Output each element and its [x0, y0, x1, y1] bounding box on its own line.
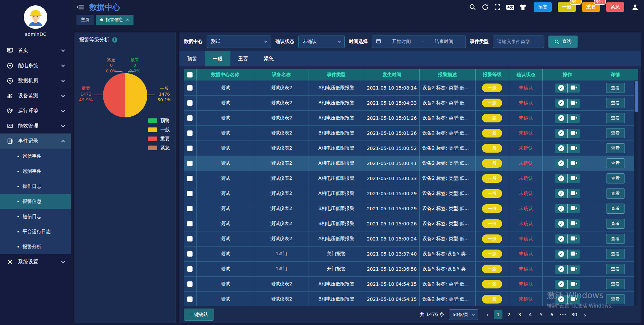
confirm-alarm-button[interactable]: ✓	[555, 84, 567, 93]
sidebar-item-设备监测[interactable]: 设备监测	[0, 88, 71, 103]
sidebar-item-事件记录[interactable]: 事件记录	[0, 133, 71, 149]
info-icon[interactable]: !	[112, 37, 117, 43]
video-button[interactable]	[568, 234, 580, 243]
event-type-input[interactable]	[497, 39, 540, 44]
collapse-menu-icon[interactable]	[76, 4, 85, 10]
video-button[interactable]	[568, 129, 580, 138]
user-icon[interactable]	[631, 3, 639, 11]
page-button-4[interactable]: 4	[526, 310, 535, 319]
confirm-alarm-button[interactable]: ✓	[555, 174, 567, 183]
confirm-alarm-button[interactable]: ✓	[555, 189, 567, 198]
video-button[interactable]	[568, 189, 580, 198]
legend-item-重要[interactable]: 重要	[148, 136, 170, 142]
confirm-alarm-button[interactable]: ✓	[555, 99, 567, 108]
page-button-3[interactable]: 3	[515, 310, 524, 319]
page-tab-home[interactable]: 主页	[76, 15, 94, 25]
page-button-1[interactable]: 1	[494, 310, 502, 319]
confirm-alarm-button[interactable]: ✓	[555, 204, 567, 213]
video-button[interactable]	[568, 174, 580, 183]
confirm-alarm-button[interactable]: ✓	[555, 144, 567, 153]
sidebar-item-能效管理[interactable]: 能效管理	[0, 118, 71, 133]
row-checkbox[interactable]	[187, 206, 193, 211]
view-detail-button[interactable]: 查看	[606, 83, 625, 93]
level-tab-预警[interactable]: 预警	[179, 51, 205, 66]
row-checkbox[interactable]	[187, 176, 193, 181]
legend-item-一般[interactable]: 一般	[148, 127, 170, 133]
video-button[interactable]	[568, 144, 580, 153]
avatar[interactable]	[24, 5, 47, 29]
row-checkbox[interactable]	[187, 266, 193, 272]
datacenter-select[interactable]: 测试	[207, 36, 271, 48]
sidebar-item-运行环境[interactable]: 运行环境	[0, 103, 71, 118]
view-detail-button[interactable]: 查看	[606, 173, 625, 183]
page-size-select[interactable]: 50条/页	[449, 309, 478, 320]
alarm-badge-预警[interactable]: 预警	[534, 2, 552, 12]
confirm-alarm-button[interactable]: ✓	[555, 265, 567, 274]
view-detail-button[interactable]: 查看	[606, 219, 625, 229]
confirm-all-button[interactable]: 一键确认	[184, 309, 214, 321]
view-detail-button[interactable]: 查看	[606, 279, 625, 289]
theme-shirt-icon[interactable]	[519, 3, 527, 11]
confirm-alarm-button[interactable]: ✓	[555, 295, 567, 304]
next-page-button[interactable]: ›	[581, 310, 589, 319]
level-tab-紧急[interactable]: 紧急	[256, 51, 281, 66]
confirm-alarm-button[interactable]: ✓	[555, 280, 567, 289]
submenu-item-遥信事件[interactable]: •遥信事件	[0, 149, 71, 164]
scrollbar-thumb[interactable]	[635, 81, 638, 112]
view-detail-button[interactable]: 查看	[606, 158, 625, 168]
row-checkbox[interactable]	[187, 130, 193, 136]
row-checkbox[interactable]	[187, 296, 193, 302]
video-button[interactable]	[568, 84, 580, 93]
submenu-item-遥测事件[interactable]: •遥测事件	[0, 164, 71, 179]
table-scrollbar[interactable]	[634, 80, 638, 306]
video-button[interactable]	[568, 250, 580, 259]
video-button[interactable]	[568, 295, 580, 304]
alarm-badge-一般[interactable]: 一般99+	[558, 2, 576, 12]
legend-item-紧急[interactable]: 紧急	[148, 145, 170, 151]
view-detail-button[interactable]: 查看	[606, 264, 625, 274]
video-button[interactable]	[568, 114, 580, 123]
view-detail-button[interactable]: 查看	[606, 128, 625, 138]
confirm-alarm-button[interactable]: ✓	[555, 159, 567, 168]
sidebar-item-配电系统[interactable]: 配电系统	[0, 58, 71, 73]
video-button[interactable]	[568, 204, 580, 213]
submenu-item-报警信息[interactable]: •报警信息	[0, 194, 71, 209]
search-icon[interactable]	[469, 3, 476, 11]
view-detail-button[interactable]: 查看	[606, 234, 625, 244]
confirm-alarm-button[interactable]: ✓	[555, 114, 567, 123]
page-button-6[interactable]: 6	[547, 310, 556, 319]
time-range-picker[interactable]: 开始时间 - 结束时间	[372, 36, 466, 48]
refresh-icon[interactable]	[481, 3, 489, 11]
alarm-badge-重要[interactable]: 重要99+	[582, 2, 600, 12]
video-button[interactable]	[568, 99, 580, 108]
submenu-item-平台运行日志[interactable]: •平台运行日志	[0, 224, 71, 239]
prev-page-button[interactable]: ‹	[483, 310, 492, 319]
submenu-item-报警分析[interactable]: •报警分析	[0, 239, 71, 254]
view-detail-button[interactable]: 查看	[606, 98, 625, 108]
legend-item-预警[interactable]: 预警	[148, 118, 170, 124]
video-button[interactable]	[568, 219, 580, 228]
level-tab-重要[interactable]: 重要	[230, 51, 256, 66]
alarm-badge-紧急[interactable]: 紧急	[606, 2, 624, 12]
close-tab-icon[interactable]: ×	[126, 17, 129, 22]
fullscreen-icon[interactable]	[494, 3, 501, 11]
row-checkbox[interactable]	[187, 100, 193, 106]
row-checkbox[interactable]	[187, 85, 193, 91]
confirm-status-select[interactable]: 未确认	[298, 36, 345, 48]
page-button-30[interactable]: 30	[570, 310, 579, 319]
view-detail-button[interactable]: 查看	[606, 188, 625, 199]
confirm-alarm-button[interactable]: ✓	[555, 129, 567, 138]
confirm-alarm-button[interactable]: ✓	[555, 234, 567, 243]
video-button[interactable]	[568, 280, 580, 289]
confirm-alarm-button[interactable]: ✓	[555, 219, 567, 228]
sidebar-item-系统设置[interactable]: 系统设置	[0, 254, 71, 269]
row-checkbox[interactable]	[187, 191, 193, 196]
view-detail-button[interactable]: 查看	[606, 113, 625, 123]
language-icon[interactable]: A文	[506, 5, 514, 10]
row-checkbox[interactable]	[187, 146, 193, 151]
page-button-2[interactable]: 2	[504, 310, 513, 319]
row-checkbox[interactable]	[187, 251, 193, 257]
page-tab-alarm-info[interactable]: 报警信息 ×	[96, 15, 133, 25]
view-detail-button[interactable]: 查看	[606, 204, 625, 214]
video-button[interactable]	[568, 265, 580, 274]
